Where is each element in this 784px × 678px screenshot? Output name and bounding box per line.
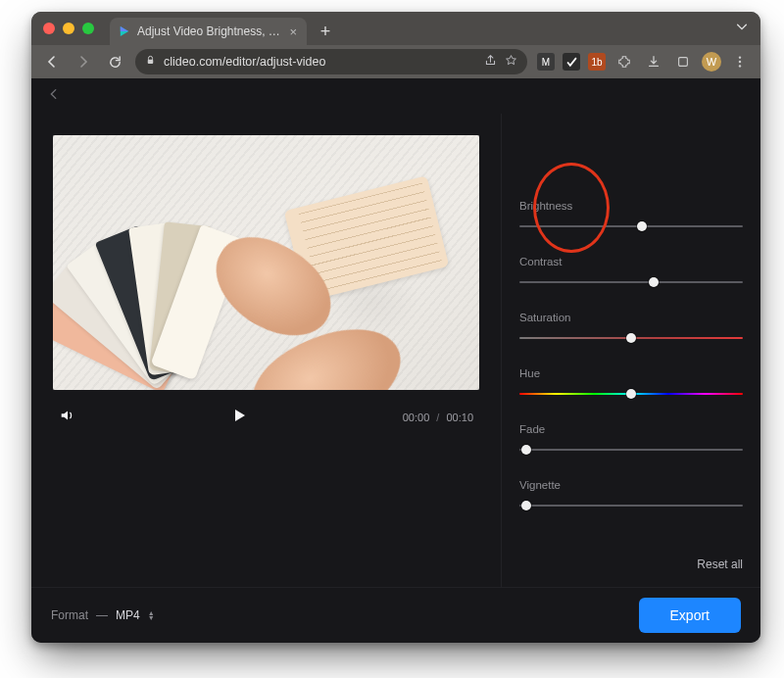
bookmark-star-icon[interactable] xyxy=(505,54,517,70)
downloads-icon[interactable] xyxy=(643,51,664,73)
extension-icon[interactable]: 1b xyxy=(588,53,606,71)
time-separator: / xyxy=(436,412,439,423)
svg-rect-3 xyxy=(679,58,688,67)
browser-tab[interactable]: Adjust Video Brightness, Cont × xyxy=(110,18,307,45)
player-controls: 00:00 / 00:10 xyxy=(53,390,479,439)
app-header xyxy=(31,78,760,114)
volume-button[interactable] xyxy=(59,407,76,428)
play-button[interactable] xyxy=(229,412,249,428)
new-tab-button[interactable]: + xyxy=(313,19,338,44)
app-main: 00:00 / 00:10 Brightness xyxy=(31,114,760,587)
video-editor-app: 00:00 / 00:10 Brightness xyxy=(31,78,760,643)
nav-back-button[interactable] xyxy=(41,51,63,73)
video-frame xyxy=(53,135,479,390)
svg-point-5 xyxy=(739,61,741,63)
saturation-slider[interactable] xyxy=(519,332,743,344)
hue-slider[interactable] xyxy=(519,388,743,400)
hue-label: Hue xyxy=(519,367,743,379)
share-icon[interactable] xyxy=(484,54,497,70)
svg-point-4 xyxy=(739,56,741,58)
profile-avatar[interactable]: W xyxy=(702,52,721,72)
time-display: 00:00 / 00:10 xyxy=(403,412,473,423)
nav-forward-button[interactable] xyxy=(73,51,94,73)
reset-all-button[interactable]: Reset all xyxy=(519,557,743,571)
contrast-control: Contrast xyxy=(519,256,743,288)
lock-icon xyxy=(145,55,156,69)
vignette-label: Vignette xyxy=(519,479,743,491)
site-favicon xyxy=(118,24,131,38)
browser-chrome: Adjust Video Brightness, Cont × + xyxy=(31,12,760,78)
browser-window: Adjust Video Brightness, Cont × + xyxy=(31,12,760,643)
video-preview[interactable] xyxy=(53,135,479,390)
window-maximize-button[interactable] xyxy=(82,23,94,34)
tab-overflow-icon[interactable] xyxy=(735,20,749,37)
slider-thumb[interactable] xyxy=(521,501,531,510)
video-stage: 00:00 / 00:10 xyxy=(31,114,501,587)
fade-label: Fade xyxy=(519,423,743,435)
extension-icon[interactable] xyxy=(563,53,580,71)
vignette-slider[interactable] xyxy=(519,500,743,511)
window-minimize-button[interactable] xyxy=(63,23,74,34)
svg-marker-1 xyxy=(121,26,128,31)
format-stepper-icon: ▲▼ xyxy=(148,610,155,620)
svg-rect-2 xyxy=(148,60,154,64)
duration: 00:10 xyxy=(446,412,473,423)
format-value: MP4 xyxy=(116,608,140,622)
slider-thumb[interactable] xyxy=(649,277,659,287)
svg-point-6 xyxy=(739,65,741,67)
saturation-control: Saturation xyxy=(519,312,743,344)
fade-control: Fade xyxy=(519,423,743,456)
extension-icon[interactable]: M xyxy=(537,53,555,71)
app-footer: Format — MP4 ▲▼ Export xyxy=(31,587,760,643)
browser-menu-icon[interactable] xyxy=(729,51,751,73)
address-url: clideo.com/editor/adjust-video xyxy=(164,55,476,69)
fade-slider[interactable] xyxy=(519,444,743,456)
slider-thumb[interactable] xyxy=(626,333,636,343)
hue-control: Hue xyxy=(519,367,743,400)
format-selector[interactable]: Format — MP4 ▲▼ xyxy=(51,608,155,622)
app-back-button[interactable] xyxy=(47,87,61,105)
reading-list-icon[interactable] xyxy=(672,51,694,73)
extensions-row: M 1b W xyxy=(537,51,751,73)
window-close-button[interactable] xyxy=(43,23,55,34)
window-controls xyxy=(43,23,94,34)
brightness-label: Brightness xyxy=(519,200,743,212)
brightness-slider[interactable] xyxy=(519,220,743,232)
nav-reload-button[interactable] xyxy=(104,51,125,73)
brightness-control: Brightness xyxy=(519,200,743,232)
vignette-control: Vignette xyxy=(519,479,743,511)
slider-thumb[interactable] xyxy=(626,389,636,399)
avatar-initial: W xyxy=(707,56,716,68)
address-bar[interactable]: clideo.com/editor/adjust-video xyxy=(135,49,527,74)
slider-thumb[interactable] xyxy=(637,221,647,231)
saturation-label: Saturation xyxy=(519,312,743,323)
slider-thumb[interactable] xyxy=(521,445,531,455)
browser-toolbar: clideo.com/editor/adjust-video M 1b xyxy=(31,45,760,78)
svg-marker-7 xyxy=(235,410,245,421)
export-button[interactable]: Export xyxy=(639,598,741,633)
tab-close-icon[interactable]: × xyxy=(287,24,299,39)
tab-strip: Adjust Video Brightness, Cont × + xyxy=(31,12,760,45)
contrast-slider[interactable] xyxy=(519,276,743,288)
current-time: 00:00 xyxy=(403,412,430,423)
extensions-menu-icon[interactable] xyxy=(613,51,635,73)
format-label: Format xyxy=(51,608,88,622)
tab-title: Adjust Video Brightness, Cont xyxy=(137,24,281,38)
format-dash: — xyxy=(96,608,108,622)
contrast-label: Contrast xyxy=(519,256,743,267)
adjustments-panel: Brightness Contrast xyxy=(501,114,760,587)
